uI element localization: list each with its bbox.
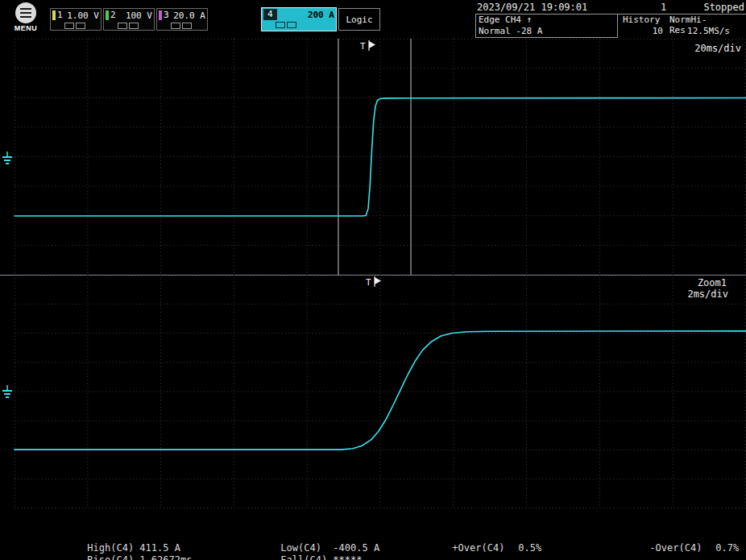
sample-rate-label: 12.5MS/s xyxy=(687,26,730,36)
probe-icon xyxy=(76,23,85,29)
trigger-settings-box[interactable]: Edge CH4 ↑ Normal -28 A xyxy=(475,14,618,38)
zoom-timebase-label: 2ms/div xyxy=(687,288,728,300)
measurement-bar: High(C4)411.5 A Rise(C4)1.62672ms Low(C4… xyxy=(0,508,746,560)
channel-1-button[interactable]: 1 1.00 V xyxy=(50,8,102,31)
trigger-position-icon[interactable] xyxy=(369,41,375,48)
measurement-value: ***** xyxy=(333,554,362,560)
status-info-panel: 2023/09/21 19:09:01 1 Stopped Edge CH4 ↑… xyxy=(475,0,746,39)
history-label: History xyxy=(623,15,660,25)
channel-4-button-selected[interactable]: 4 200 A xyxy=(261,7,337,31)
trigger-mode-level-label: Normal -28 A xyxy=(479,26,542,36)
top-bar: MENU 1 1.00 V 2 100 V xyxy=(0,0,746,39)
measurement-neg-overshoot: -Over(C4)0.7% xyxy=(615,531,739,560)
coupling-icon xyxy=(118,23,127,29)
channel-2-button[interactable]: 2 100 V xyxy=(103,8,155,31)
channel-4-number: 4 xyxy=(263,9,277,20)
coupling-icon xyxy=(276,22,285,28)
channel-2-scale: 100 V xyxy=(126,10,152,21)
channel-3-number: 3 xyxy=(164,10,169,21)
channel-3-color-bar-icon xyxy=(159,10,162,20)
channel-2-number: 2 xyxy=(110,10,116,21)
measurement-pos-overshoot: +Over(C4)0.5% xyxy=(417,531,541,560)
hamburger-icon xyxy=(15,2,36,23)
channel-3-button[interactable]: 3 20.0 A xyxy=(156,8,208,31)
trigger-marker-letter: T xyxy=(366,277,371,288)
channel-1-number: 1 xyxy=(57,10,63,21)
history-box[interactable]: History 10 xyxy=(618,14,669,38)
measurement-label: Rise(C4) xyxy=(87,554,139,560)
zoom-waveform-display: T xyxy=(0,275,746,508)
probe-icon xyxy=(182,23,192,29)
oscilloscope-screen: MENU 1 1.00 V 2 100 V xyxy=(0,0,746,560)
measurement-label: +Over(C4) xyxy=(452,542,518,554)
logic-button[interactable]: Logic xyxy=(338,8,380,31)
measurement-value: 1.62672ms xyxy=(139,554,192,560)
datetime-label: 2023/09/21 19:09:01 xyxy=(477,2,587,13)
probe-icon xyxy=(287,22,296,28)
acquisition-settings-box[interactable]: NormHi-Res 12.5MS/s xyxy=(669,14,746,38)
channel-settings-bar: 1 1.00 V 2 100 V xyxy=(50,8,380,31)
measurement-value: 0.7% xyxy=(715,542,739,554)
channel-1-color-bar-icon xyxy=(52,10,56,20)
coupling-icon xyxy=(64,23,74,29)
zoom-window-label: Zoom1 xyxy=(698,277,727,288)
channel-1-scale: 1.00 V xyxy=(67,10,99,21)
measurement-rise: Rise(C4)1.62672ms xyxy=(52,543,192,560)
run-state-badge: Stopped xyxy=(703,2,744,13)
main-waveform-display: T xyxy=(0,39,746,275)
menu-button[interactable]: MENU xyxy=(10,2,41,32)
trigger-marker-letter: T xyxy=(360,41,366,52)
measurement-fall: Fall(C4)***** xyxy=(246,543,362,560)
measurement-value: 0.5% xyxy=(518,542,541,554)
acquisition-count: 1 xyxy=(661,2,666,13)
menu-label: MENU xyxy=(10,24,41,32)
trigger-type-label: Edge CH4 ↑ xyxy=(479,15,532,25)
logic-label: Logic xyxy=(346,15,372,25)
channel-4-scale: 200 A xyxy=(308,10,334,20)
probe-icon xyxy=(129,23,139,29)
measurement-label: Fall(C4) xyxy=(280,554,333,560)
main-timebase-label: 20ms/div xyxy=(694,43,741,54)
measurement-label: -Over(C4) xyxy=(649,542,715,554)
history-count: 10 xyxy=(653,26,663,36)
channel-2-color-bar-icon xyxy=(106,10,109,20)
channel-3-scale: 20.0 A xyxy=(173,10,205,21)
coupling-icon xyxy=(171,23,180,29)
